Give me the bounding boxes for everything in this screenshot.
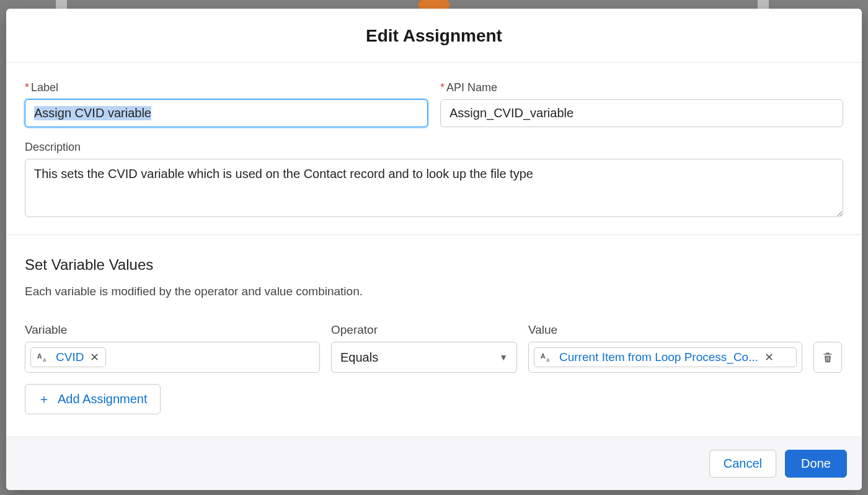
trash-icon — [822, 351, 834, 363]
svg-text:a: a — [546, 357, 550, 363]
modal-footer: Cancel Done — [6, 437, 862, 490]
api-name-text: API Name — [446, 81, 497, 94]
assignment-row: Variable Aa CVID ✕ Operat — [25, 323, 843, 373]
variable-pill: Aa CVID ✕ — [30, 347, 106, 367]
variable-pill-label: CVID — [56, 350, 84, 364]
required-asterisk: * — [25, 81, 29, 94]
value-column-label: Value — [528, 323, 802, 337]
background-column-left — [56, 0, 67, 9]
edit-assignment-modal: Edit Assignment *Label *API Name — [6, 9, 862, 490]
operator-value: Equals — [340, 350, 378, 365]
cancel-button[interactable]: Cancel — [709, 450, 776, 478]
svg-text:A: A — [541, 352, 546, 360]
label-input[interactable] — [25, 99, 428, 127]
background-column-right — [758, 0, 769, 9]
value-pill: Aa Current Item from Loop Process_Co... … — [534, 347, 797, 367]
label-field-label: *Label — [25, 81, 428, 94]
operator-column-label: Operator — [331, 323, 517, 337]
done-label: Done — [801, 457, 831, 470]
description-field-label: Description — [25, 141, 843, 154]
variable-column-label: Variable — [25, 323, 320, 337]
chevron-down-icon: ▼ — [499, 352, 508, 362]
set-variable-values-subtitle: Each variable is modified by the operato… — [25, 285, 843, 298]
modal-header: Edit Assignment — [6, 9, 862, 63]
plus-icon: ＋ — [38, 391, 50, 408]
modal-body: *Label *API Name Description — [6, 63, 862, 437]
api-name-field-label: *API Name — [440, 81, 843, 94]
api-name-input[interactable] — [440, 99, 843, 127]
description-textarea[interactable] — [25, 159, 843, 217]
add-assignment-button[interactable]: ＋ Add Assignment — [25, 384, 161, 414]
variable-input[interactable]: Aa CVID ✕ — [25, 342, 320, 373]
svg-text:a: a — [43, 357, 46, 363]
set-variable-values-heading: Set Variable Values — [25, 256, 843, 274]
required-asterisk: * — [440, 81, 445, 94]
text-variable-icon: Aa — [539, 350, 553, 364]
value-pill-label: Current Item from Loop Process_Co... — [559, 350, 758, 364]
done-button[interactable]: Done — [785, 450, 847, 478]
add-assignment-label: Add Assignment — [58, 392, 148, 406]
text-variable-icon: Aa — [36, 350, 50, 364]
value-input[interactable]: Aa Current Item from Loop Process_Co... … — [528, 342, 802, 373]
modal-title: Edit Assignment — [19, 26, 849, 46]
remove-value-icon[interactable]: ✕ — [763, 350, 775, 364]
operator-select[interactable]: Equals ▼ — [331, 342, 517, 373]
svg-text:A: A — [37, 352, 42, 360]
label-text: Label — [31, 81, 58, 94]
remove-variable-icon[interactable]: ✕ — [89, 350, 100, 364]
delete-row-button[interactable] — [813, 342, 842, 373]
cancel-label: Cancel — [724, 457, 762, 470]
